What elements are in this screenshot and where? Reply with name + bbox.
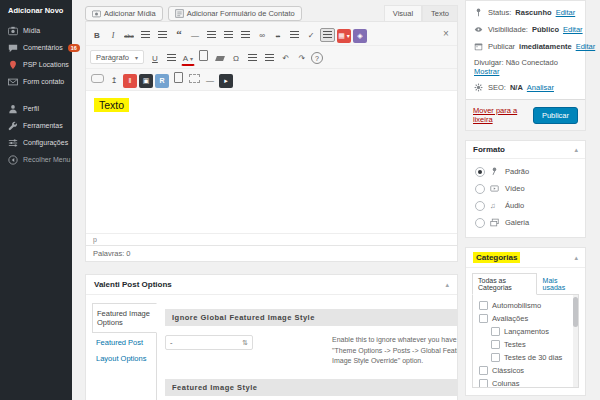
publish-button[interactable]: Publicar [533, 107, 578, 124]
move-to-trash-link[interactable]: Mover para a lixeira [473, 106, 533, 124]
sidebar-item-midia[interactable]: Mídia [0, 22, 72, 39]
unlink-icon[interactable]: ∞ [271, 29, 285, 43]
format-option-galeria[interactable]: Galeria [466, 214, 585, 231]
checkbox[interactable] [479, 366, 488, 375]
comments-icon [8, 43, 18, 53]
help-icon[interactable]: ? [311, 52, 323, 64]
tab-featured-image-options[interactable]: Featured Image Options [92, 303, 157, 333]
align-center-icon[interactable] [221, 28, 236, 42]
tab-all-categories[interactable]: Todas as Categorias [472, 273, 537, 295]
category-lancamentos[interactable]: Lançamentos [473, 325, 578, 338]
special-character-icon[interactable]: Ω [229, 52, 243, 66]
sidebar-item-perfil[interactable]: Perfil [0, 100, 72, 117]
outdent-icon[interactable] [245, 50, 260, 64]
radio[interactable] [475, 184, 485, 194]
tab-layout-options[interactable]: Layout Options [92, 349, 156, 365]
bold-icon[interactable]: B [90, 29, 104, 43]
sidebar-item-psp-locations[interactable]: PSP Locations [0, 56, 72, 73]
collapse-caret-icon[interactable]: ▴ [574, 146, 578, 154]
radio-selected[interactable] [475, 167, 485, 177]
tab-featured-post[interactable]: Featured Post [92, 333, 156, 349]
edit-schedule-link[interactable]: Editar [576, 42, 596, 51]
edit-visibility-link[interactable]: Editar [563, 25, 583, 34]
format-option-padrao[interactable]: Padrão [466, 163, 585, 180]
bullet-list-icon[interactable] [138, 28, 153, 42]
format-option-audio[interactable]: ♫ Áudio [466, 197, 585, 214]
category-classicos[interactable]: Clássicos [473, 364, 578, 377]
sidebar-item-form-contato[interactable]: Form contato [0, 73, 72, 90]
category-colunas[interactable]: Colunas [473, 377, 578, 388]
category-testes[interactable]: Testes [473, 338, 578, 351]
plugin-blue-icon[interactable]: R [155, 74, 169, 88]
divulgar-mostrar-link[interactable]: Mostrar [474, 67, 499, 76]
collapse-icon [8, 155, 18, 165]
radio[interactable] [475, 201, 485, 211]
checkbox[interactable] [479, 314, 488, 323]
align-right-icon[interactable] [238, 28, 253, 42]
blockquote-icon[interactable]: “ [172, 24, 186, 42]
hr-icon[interactable]: — [188, 29, 202, 43]
sidebar-item-comentarios[interactable]: Comentários 16 [0, 39, 72, 56]
redo-icon[interactable]: ↷ [295, 52, 309, 66]
tab-visual[interactable]: Visual [384, 5, 422, 21]
more-tag-icon[interactable] [287, 28, 302, 42]
text-color-icon[interactable]: A [181, 53, 195, 66]
dashed-frame-icon[interactable] [187, 72, 201, 86]
sidebar-item-configuracoes[interactable]: Configurações [0, 134, 72, 151]
seo-analisar-link[interactable]: Analisar [527, 83, 554, 92]
format-option-video[interactable]: Vídeo [466, 180, 585, 197]
toolbar-toggle-icon[interactable] [320, 28, 335, 42]
category-testes-30-dias[interactable]: Testes de 30 dias [473, 351, 578, 364]
plugin-purple-icon[interactable]: ◈ [353, 29, 367, 43]
paste-as-text-icon[interactable] [197, 48, 211, 62]
undo-icon[interactable]: ↶ [279, 52, 293, 66]
underline-icon[interactable]: U [148, 52, 162, 66]
category-automobilismo[interactable]: Automobilismo [473, 299, 578, 312]
paragraph-dropdown[interactable]: Parágrafo ▾ [90, 50, 144, 64]
strikethrough-icon[interactable]: abc [122, 29, 136, 43]
valenti-panel-header[interactable]: Valenti Post Options ▴ [86, 275, 457, 295]
numbered-list-icon[interactable] [155, 28, 170, 42]
checkbox[interactable] [479, 301, 488, 310]
clear-formatting-icon[interactable] [213, 51, 227, 65]
editor-content-area[interactable]: Texto [86, 91, 457, 233]
add-media-button[interactable]: Adicionar Mídia [85, 6, 163, 21]
italic-icon[interactable]: I [106, 29, 120, 43]
align-left-icon[interactable] [204, 28, 219, 42]
plugin-black-icon[interactable]: ▣ [139, 74, 153, 88]
proofread-icon[interactable]: ✓ [304, 29, 318, 43]
add-contact-form-button[interactable]: Adicionar Formulário de Contato [168, 6, 302, 21]
radio[interactable] [475, 218, 485, 228]
distraction-free-icon[interactable]: × [439, 27, 453, 41]
ignore-style-help-text: Enable this to ignore whatever you have … [332, 335, 458, 367]
collapse-caret-icon[interactable]: ▴ [445, 281, 449, 289]
collapse-caret-icon[interactable]: ▴ [574, 254, 578, 262]
tab-most-used[interactable]: Mais usadas [539, 274, 579, 294]
edit-status-link[interactable]: Editar [556, 8, 576, 17]
ignore-style-select[interactable]: - ⇅ [165, 335, 253, 350]
checkbox[interactable] [491, 340, 500, 349]
copy-page-icon[interactable] [171, 71, 185, 85]
sidebar-item-ferramentas[interactable]: Ferramentas [0, 117, 72, 134]
video-embed-icon[interactable]: ▸ [219, 74, 233, 88]
editor-mode-tabs: Visual Texto [384, 5, 458, 21]
link-icon[interactable]: ∞ [255, 29, 269, 43]
tab-texto[interactable]: Texto [422, 5, 458, 21]
checkbox[interactable] [491, 327, 500, 336]
category-avaliacoes[interactable]: Avaliações [473, 312, 578, 325]
checkbox[interactable] [491, 353, 500, 362]
dash-icon[interactable]: — [203, 74, 217, 88]
button-shortcode-icon[interactable] [90, 72, 105, 86]
format-panel-header[interactable]: Formato ▴ [466, 141, 585, 159]
top-link-icon[interactable]: ↥ [107, 74, 121, 88]
checkbox[interactable] [479, 379, 488, 388]
publish-panel: Status: Rascunho Editar Visibilidade: Pú… [465, 0, 586, 131]
scrollbar-thumb[interactable] [573, 297, 578, 327]
sidebar-item-recolher-menu[interactable]: Recolher Menu [0, 151, 72, 168]
indent-icon[interactable] [262, 50, 277, 64]
justify-icon[interactable] [164, 50, 179, 64]
shortcodes-dropdown-icon[interactable]: ▦ [337, 29, 351, 43]
categories-panel-header[interactable]: Categorias ▴ [466, 248, 585, 268]
plugin-red-icon[interactable]: ‖ [123, 74, 137, 88]
scrollbar-track[interactable] [573, 295, 578, 387]
